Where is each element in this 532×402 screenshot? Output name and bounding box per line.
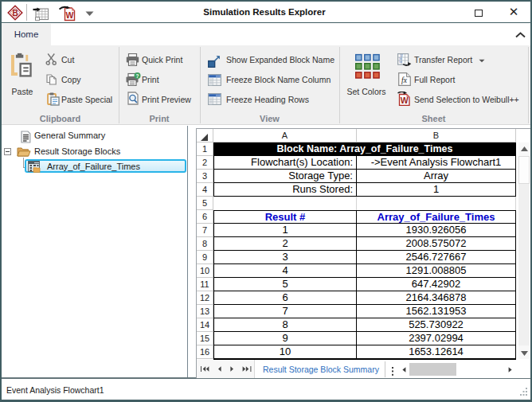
svg-text:W: W (66, 10, 74, 20)
svg-text:56: 56 (399, 60, 402, 64)
svg-text:B: B (12, 9, 18, 18)
svg-text:fx: fx (401, 76, 408, 84)
svg-text:?: ? (136, 73, 139, 79)
svg-text:W: W (401, 96, 409, 105)
